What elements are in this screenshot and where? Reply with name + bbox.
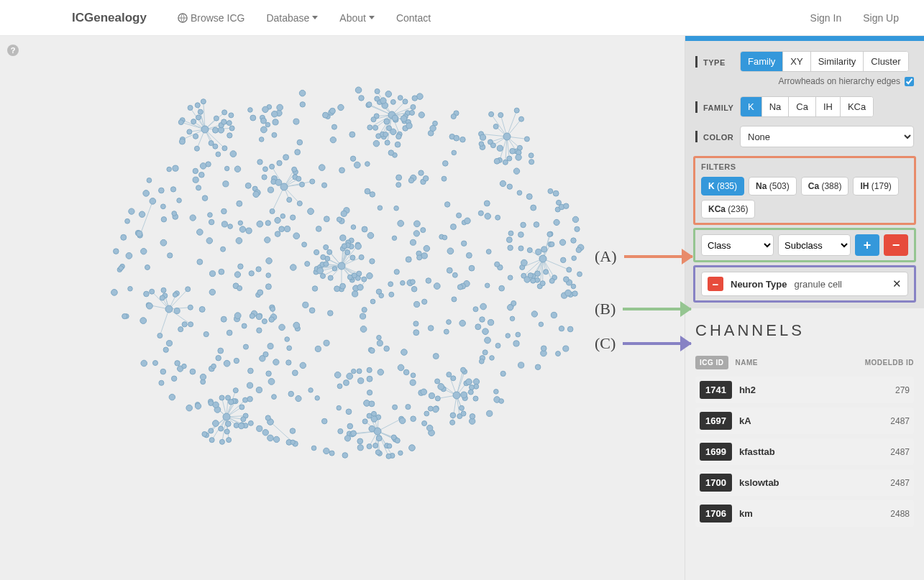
svg-point-705 <box>200 163 206 170</box>
svg-point-191 <box>222 146 227 151</box>
svg-point-728 <box>324 216 329 222</box>
navbar: ICGenealogy Browse ICG Database About Co… <box>0 0 924 36</box>
pill-k[interactable]: K (835) <box>701 177 744 195</box>
svg-point-500 <box>444 329 449 334</box>
svg-point-511 <box>450 413 456 418</box>
family-k[interactable]: K <box>741 97 762 116</box>
brand[interactable]: ICGenealogy <box>14 11 160 25</box>
svg-point-487 <box>159 380 164 385</box>
svg-point-836 <box>417 255 422 260</box>
remove-filter-button[interactable]: − <box>884 234 908 256</box>
svg-point-597 <box>577 272 582 277</box>
nav-contact[interactable]: Contact <box>385 0 442 36</box>
nav-signup[interactable]: Sign Up <box>852 0 910 36</box>
svg-point-430 <box>518 232 524 238</box>
svg-point-850 <box>197 229 203 236</box>
pill-kca[interactable]: KCa (236) <box>701 200 755 218</box>
nav-browse[interactable]: Browse ICG <box>167 0 255 36</box>
svg-point-523 <box>459 320 466 326</box>
pill-na[interactable]: Na (503) <box>749 177 797 195</box>
channel-row[interactable]: 1706 km 2488 <box>695 500 914 527</box>
caret-down-icon <box>312 16 318 19</box>
svg-point-860 <box>221 119 227 124</box>
svg-point-417 <box>488 320 493 326</box>
nav-database[interactable]: Database <box>255 0 329 36</box>
family-na[interactable]: Na <box>762 97 790 116</box>
svg-point-761 <box>122 313 127 318</box>
family-kca[interactable]: KCa <box>841 97 873 116</box>
channel-name: kslowtab <box>739 477 779 488</box>
svg-point-505 <box>433 354 439 359</box>
svg-point-305 <box>386 454 391 459</box>
svg-point-822 <box>137 231 142 236</box>
svg-point-871 <box>564 277 570 282</box>
pill-ca[interactable]: Ca (388) <box>801 177 849 195</box>
nav-signin[interactable]: Sign In <box>800 0 853 36</box>
family-ih[interactable]: IH <box>816 97 841 116</box>
svg-point-726 <box>447 267 452 273</box>
channels-header: ICG ID NAME MODELDB ID <box>695 356 914 369</box>
svg-point-384 <box>466 252 472 258</box>
svg-point-277 <box>567 267 572 272</box>
channel-row[interactable]: 1699 kfasttab 2487 <box>695 438 914 465</box>
channel-row[interactable]: 1697 kA 2487 <box>695 408 914 434</box>
help-icon[interactable]: ? <box>7 45 19 56</box>
svg-point-332 <box>450 420 455 425</box>
svg-point-304 <box>362 419 367 424</box>
svg-point-865 <box>173 293 177 297</box>
type-xy[interactable]: XY <box>783 52 810 71</box>
close-icon[interactable]: ✕ <box>892 277 902 290</box>
svg-point-403 <box>171 376 176 381</box>
svg-line-93 <box>507 111 517 137</box>
nav-about[interactable]: About <box>329 0 385 36</box>
svg-point-614 <box>560 257 565 262</box>
family-label: FAMILY <box>703 103 733 112</box>
svg-point-688 <box>268 379 275 385</box>
type-cluster[interactable]: Cluster <box>864 52 907 71</box>
pill-ih[interactable]: IH (179) <box>853 177 898 195</box>
svg-point-282 <box>227 438 232 443</box>
svg-point-288 <box>224 429 229 434</box>
col-icg: ICG ID <box>695 356 728 369</box>
svg-point-732 <box>236 238 242 244</box>
svg-point-566 <box>234 166 240 172</box>
svg-point-517 <box>388 282 393 287</box>
svg-point-440 <box>414 301 420 307</box>
color-select[interactable]: None <box>740 126 914 147</box>
svg-point-760 <box>343 380 349 386</box>
network-graph[interactable] <box>83 57 629 517</box>
type-family[interactable]: Family <box>741 52 783 71</box>
svg-point-490 <box>367 272 373 279</box>
svg-point-452 <box>218 348 224 354</box>
subclass-select[interactable]: Subclass <box>778 234 851 256</box>
svg-point-742 <box>411 416 416 422</box>
svg-point-365 <box>238 423 244 428</box>
svg-point-506 <box>139 211 145 217</box>
svg-point-666 <box>365 162 370 167</box>
type-buttons: Family XY Similarity Cluster <box>740 51 909 72</box>
svg-point-252 <box>503 160 508 165</box>
type-similarity[interactable]: Similarity <box>811 52 864 71</box>
svg-point-337 <box>150 289 155 294</box>
svg-point-325 <box>435 396 440 401</box>
graph-canvas[interactable]: ? (A) (B) (C) <box>0 36 685 580</box>
svg-point-655 <box>556 351 561 356</box>
svg-point-408 <box>250 115 256 121</box>
channel-row[interactable]: 1700 kslowtab 2487 <box>695 469 914 496</box>
color-row: COLOR None <box>695 126 914 147</box>
channel-row[interactable]: 1741 hh2 279 <box>695 377 914 403</box>
svg-point-677 <box>411 286 417 292</box>
filter-exclude-button[interactable]: − <box>708 277 723 291</box>
svg-point-715 <box>499 285 505 291</box>
class-select[interactable]: Class <box>701 234 774 256</box>
family-ca[interactable]: Ca <box>789 97 816 116</box>
svg-point-722 <box>163 347 168 352</box>
arrowheads-checkbox[interactable] <box>905 77 914 86</box>
svg-point-800 <box>273 436 279 442</box>
svg-point-751 <box>337 384 342 389</box>
svg-point-193 <box>214 116 219 121</box>
svg-point-313 <box>375 450 380 455</box>
svg-point-818 <box>328 310 334 316</box>
svg-point-519 <box>466 379 472 385</box>
add-filter-button[interactable]: + <box>855 234 879 256</box>
